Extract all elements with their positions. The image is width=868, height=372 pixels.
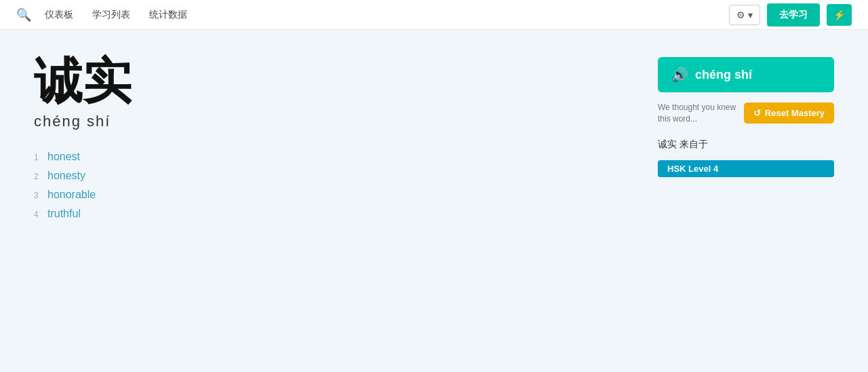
speaker-icon: 🔊 <box>671 67 688 83</box>
nav-right: ⚙ ▾ 去学习 ⚡ <box>729 3 852 26</box>
def-text-4: truthful <box>47 208 81 220</box>
pronunciation-text: chéng shí <box>695 68 752 82</box>
right-panel: 🔊 chéng shí We thought you knew this wor… <box>658 57 834 227</box>
reset-mastery-label: Reset Mastery <box>765 108 825 118</box>
def-text-3: honorable <box>47 189 96 201</box>
def-number-2: 2 <box>34 172 42 181</box>
word-detail-panel: 诚实 chéng shí 1 honest 2 honesty 3 honora… <box>34 57 631 227</box>
pronunciation-button[interactable]: 🔊 chéng shí <box>658 57 834 92</box>
def-number-4: 4 <box>34 210 42 219</box>
pinyin-text: chéng shí <box>34 113 631 130</box>
def-number-3: 3 <box>34 191 42 200</box>
hsk-badge[interactable]: HSK Level 4 <box>658 160 834 177</box>
reset-mastery-button[interactable]: ↺ Reset Mastery <box>744 103 834 124</box>
main-content: 诚实 chéng shí 1 honest 2 honesty 3 honora… <box>0 30 868 240</box>
thought-reset-row: We thought you knew this word... ↺ Reset… <box>658 102 834 125</box>
def-number-1: 1 <box>34 153 42 162</box>
nav-study-list[interactable]: 学习列表 <box>92 9 130 21</box>
chinese-characters: 诚实 <box>34 57 631 106</box>
definitions-list: 1 honest 2 honesty 3 honorable 4 truthfu… <box>34 151 631 220</box>
gear-button[interactable]: ⚙ ▾ <box>729 5 760 25</box>
nav-links: 仪表板 学习列表 统计数据 <box>45 9 187 21</box>
nav-dashboard[interactable]: 仪表板 <box>45 9 73 21</box>
reset-icon: ↺ <box>753 108 761 118</box>
go-study-button[interactable]: 去学习 <box>767 3 820 26</box>
def-text-2: honesty <box>47 170 85 182</box>
search-icon[interactable]: 🔍 <box>16 7 31 22</box>
flashcard-button[interactable]: ⚡ <box>827 4 852 26</box>
source-label: 诚实 来自于 <box>658 138 834 151</box>
list-item: 2 honesty <box>34 170 631 182</box>
navbar: 🔍 仪表板 学习列表 统计数据 ⚙ ▾ 去学习 ⚡ <box>0 0 868 30</box>
def-text-1: honest <box>47 151 80 163</box>
gear-icon: ⚙ <box>736 10 745 20</box>
nav-stats[interactable]: 统计数据 <box>149 9 187 21</box>
list-item: 1 honest <box>34 151 631 163</box>
list-item: 4 truthful <box>34 208 631 220</box>
list-item: 3 honorable <box>34 189 631 201</box>
thought-text: We thought you knew this word... <box>658 102 737 125</box>
dropdown-arrow-icon: ▾ <box>748 10 753 20</box>
